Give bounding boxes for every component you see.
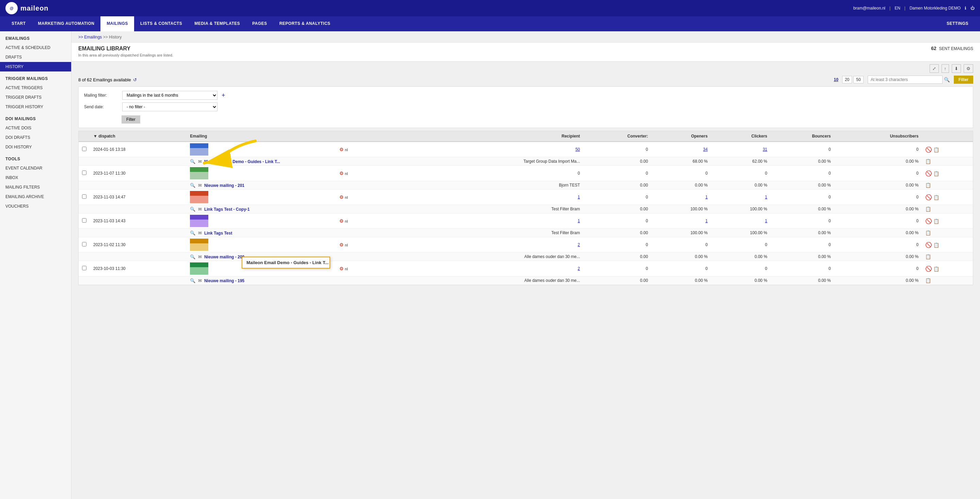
copy-sub-icon-6[interactable]: 📋 [925, 278, 931, 283]
search-sub-icon-5[interactable]: 🔍 [190, 254, 196, 259]
email-sub-icon-5[interactable]: ✉ [198, 254, 202, 259]
copy-icon-1[interactable]: 📋 [933, 147, 939, 153]
ban-icon-5[interactable]: 🚫 [925, 242, 932, 248]
gear-icon-2: ⚙ [339, 170, 344, 176]
th-dispatch[interactable]: ▼ dispatch [90, 131, 186, 141]
checkbox-3[interactable] [82, 194, 86, 199]
sidebar-item-trigger-history[interactable]: TRIGGER HISTORY [0, 102, 71, 112]
recipient-count-3[interactable]: 1 [578, 195, 580, 199]
apply-filter-button[interactable]: Filter [121, 115, 140, 124]
sidebar-item-event-calendar[interactable]: EVENT CALENDAR [0, 164, 71, 173]
nav-reports-analytics[interactable]: REPORTS & ANALYTICS [273, 16, 337, 31]
sidebar-item-doi-history[interactable]: DOI HISTORY [0, 142, 71, 152]
email-sub-icon-4[interactable]: ✉ [198, 230, 202, 235]
copy-sub-icon-1[interactable]: 📋 [925, 159, 931, 164]
sidebar-item-active-scheduled[interactable]: ACTIVE & SCHEDULED [0, 43, 71, 52]
expand-icon[interactable]: ⤢ [930, 64, 939, 73]
sidebar-item-mailing-filters[interactable]: MAILING FILTERS [0, 183, 71, 192]
checkbox-6[interactable] [82, 266, 86, 270]
search-input[interactable] [868, 76, 943, 84]
search-sub-icon-4[interactable]: 🔍 [190, 230, 196, 235]
nav-settings[interactable]: SETTINGS [940, 16, 975, 31]
page-50-btn[interactable]: 50 [853, 76, 863, 83]
email-name-6[interactable]: Nieuwe mailing - 195 [204, 278, 244, 283]
refresh-icon[interactable]: ↺ [133, 77, 137, 83]
account-name[interactable]: Damen Motorkleding DEMO [910, 6, 961, 11]
opener-count-4[interactable]: 1 [705, 219, 708, 223]
checkbox-4[interactable] [82, 218, 86, 222]
recipient-count-6[interactable]: 2 [578, 266, 580, 271]
mailing-filter-select[interactable]: Mailings in the last 6 months [122, 91, 218, 100]
copy-sub-icon-5[interactable]: 📋 [925, 254, 931, 259]
ban-icon-3[interactable]: 🚫 [925, 194, 932, 200]
clicker-count-1[interactable]: 31 [763, 147, 767, 152]
add-filter-icon[interactable]: + [221, 92, 225, 99]
checkbox-2[interactable] [82, 170, 86, 175]
email-name-4[interactable]: Link Tags Test [204, 231, 232, 235]
email-name-1[interactable]: Maileon Email Demo - Guides - Link T... [204, 159, 280, 164]
power-icon[interactable]: ⏻ [970, 6, 975, 11]
opener-count-3[interactable]: 1 [705, 195, 708, 199]
sidebar-item-inbox[interactable]: INBOX [0, 173, 71, 183]
ban-icon-2[interactable]: 🚫 [925, 170, 932, 176]
sidebar-item-active-triggers[interactable]: ACTIVE TRIGGERS [0, 83, 71, 92]
email-sub-icon-6[interactable]: ✉ [198, 278, 202, 283]
sidebar-item-history[interactable]: HISTORY [0, 62, 71, 72]
checkbox-1[interactable] [82, 147, 86, 151]
email-sub-icon-3[interactable]: ✉ [198, 207, 202, 212]
recipient-count-5[interactable]: 2 [578, 242, 580, 247]
upload-icon[interactable]: ↑ [942, 64, 949, 73]
nav-marketing-automation[interactable]: MARKETING AUTOMATION [32, 16, 101, 31]
nav-start[interactable]: START [5, 16, 32, 31]
nav-mailings[interactable]: MAILINGS [100, 16, 134, 31]
copy-icon-3[interactable]: 📋 [933, 195, 939, 200]
email-name-2[interactable]: Nieuwe mailing - 201 [204, 183, 244, 188]
clicker-count-3[interactable]: 1 [765, 195, 767, 199]
clicker-count-4[interactable]: 1 [765, 219, 767, 223]
sidebar-item-vouchers[interactable]: VOUCHERS [0, 202, 71, 211]
email-name-5[interactable]: Nieuwe mailing - 200 [204, 254, 244, 259]
row-openers-3: 1 [652, 189, 711, 205]
copy-icon-4[interactable]: 📋 [933, 219, 939, 224]
subrow-converter-2: 0.00 [584, 181, 652, 189]
search-sub-icon-6[interactable]: 🔍 [190, 278, 196, 283]
sidebar-item-doi-drafts[interactable]: DOI DRAFTS [0, 133, 71, 142]
sidebar-item-emailing-archive[interactable]: EMAILING ARCHIVE [0, 192, 71, 202]
recipient-count-4[interactable]: 1 [578, 219, 580, 223]
send-date-select[interactable]: - no filter - [122, 102, 218, 111]
download-icon[interactable]: ⬇ [952, 64, 961, 73]
checkbox-5[interactable] [82, 242, 86, 246]
email-name-3[interactable]: Link Tags Test - Copy-1 [204, 207, 250, 212]
recipient-count-1[interactable]: 50 [575, 147, 580, 152]
nav-lists-contacts[interactable]: LISTS & CONTACTS [134, 16, 188, 31]
search-sub-icon-1[interactable]: 🔍 [190, 159, 196, 164]
copy-icon-5[interactable]: 📋 [933, 242, 939, 248]
opener-count-1[interactable]: 34 [703, 147, 708, 152]
email-sub-icon-1[interactable]: ✉ [198, 159, 202, 164]
copy-sub-icon-2[interactable]: 📋 [925, 183, 931, 188]
settings-icon[interactable]: ⚙ [964, 64, 973, 73]
lang-switch[interactable]: EN [894, 6, 900, 11]
email-sub-icon-2[interactable]: ✉ [198, 183, 202, 188]
copy-sub-icon-4[interactable]: 📋 [925, 230, 931, 235]
filter-button[interactable]: Filter [954, 76, 973, 84]
search-sub-icon-3[interactable]: 🔍 [190, 207, 196, 212]
page-20-btn[interactable]: 20 [842, 76, 852, 83]
search-icon[interactable]: 🔍 [944, 77, 950, 83]
ban-icon-6[interactable]: 🚫 [925, 266, 932, 272]
sidebar-item-drafts[interactable]: DRAFTS [0, 52, 71, 62]
copy-sub-icon-3[interactable]: 📋 [925, 206, 931, 212]
info-icon[interactable]: ℹ [965, 6, 966, 11]
sidebar-item-trigger-drafts[interactable]: TRIGGER DRAFTS [0, 92, 71, 102]
ban-icon-1[interactable]: 🚫 [925, 147, 932, 153]
sidebar-item-active-dois[interactable]: ACTIVE DOIS [0, 123, 71, 133]
search-sub-icon-2[interactable]: 🔍 [190, 183, 196, 188]
breadcrumb-emailings[interactable]: >> Emailings [78, 35, 102, 40]
copy-icon-2[interactable]: 📋 [933, 171, 939, 176]
page-10-btn[interactable]: 10 [832, 76, 841, 83]
ban-icon-4[interactable]: 🚫 [925, 218, 932, 224]
copy-icon-6[interactable]: 📋 [933, 266, 939, 272]
nav-media-templates[interactable]: MEDIA & TEMPLATES [188, 16, 246, 31]
nav-pages[interactable]: PAGES [246, 16, 273, 31]
gear-icon-3: ⚙ [339, 194, 344, 200]
